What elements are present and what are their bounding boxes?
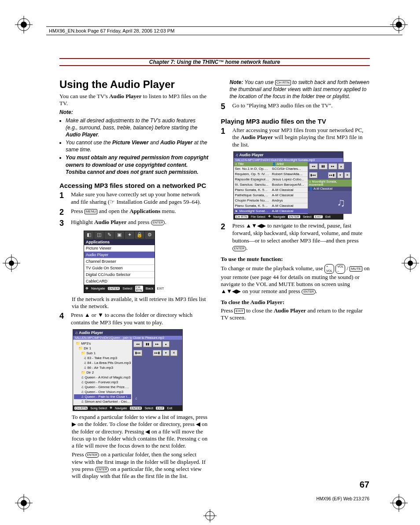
app-menu-item: Picture Viewer	[84, 245, 155, 252]
now-playing: ♫ Moonlight Sonata, movement	[308, 180, 352, 187]
table-row: Rapsodie Espagnole:...Jesus Lopez-Cobo..…	[234, 177, 308, 182]
register-mark-icon	[402, 254, 419, 272]
step-number: 2	[221, 222, 229, 252]
note-label: Note:	[59, 109, 209, 115]
step-number: 2	[59, 208, 67, 217]
step-text: Make sure you have correctly set up your…	[71, 191, 209, 206]
left-column: Using the Audio Player You can use the T…	[59, 77, 209, 481]
step-number: 3	[59, 219, 67, 228]
tree-row: ♫ 83 - Take Five.mp3	[74, 356, 131, 360]
step-text: Press ▲▼◀▶ to navigate to the rewind, pa…	[232, 222, 370, 252]
ap-table: ♫ Title👤 Artist Ser. No.1 in D, Op.11...…	[234, 162, 308, 214]
ap-controls: ◂◂ ▮▮ ▸▸ ▴ ▮◂◂ ▸▸▮ ▾ ✕ ♫	[132, 340, 182, 405]
enter-key-icon: ENTER	[85, 452, 99, 458]
tree-row: ♫ Simon and Garfunkel - Cecilia.mp3	[74, 399, 131, 404]
app-menu-item: CableCARD	[84, 278, 155, 285]
register-mark-icon	[15, 494, 33, 512]
tree-row: ♫ Queen - A Kind of Magic.mp3	[74, 375, 131, 380]
expand-para: To expand a particular folder to view a …	[72, 414, 209, 449]
step-text: Go to "Playing MP3 audio files on the TV…	[232, 102, 370, 111]
note-bullet: You must obtain any required permission …	[66, 154, 209, 176]
subheading-mute: To use the mute function:	[221, 256, 370, 262]
ap-footer: CH RTNSong Select ✥Navigate ENTERSelect …	[73, 405, 182, 411]
music-note-icon: ♫	[337, 196, 346, 209]
col2-note: Note: You can use CH RTN to switch back …	[230, 79, 370, 100]
enter-key-icon: ENTER	[302, 289, 316, 294]
chapter-title: Chapter 7: Using the THINC™ home network…	[149, 59, 280, 65]
tree-row: ♫ Queen - Gimme the Prize.mp3	[74, 385, 131, 389]
app-menu-item: Channel Browser	[84, 258, 155, 265]
ap-footer: CH RTNFile Select ✥Navigate ENTERSelect …	[234, 214, 343, 219]
skip-back-icon: ▮◂◂	[309, 172, 318, 178]
rewind-icon: ◂◂	[133, 341, 142, 347]
ap-path: \\ALLEN-MPC\MP3's\Dir1\Sub1\02-Moonlight…	[234, 158, 343, 162]
tree-row: ♫ 84 - La Brea Pits Drum.mp3	[74, 360, 131, 365]
ap-controls: ◂◂ ▮▮ ▸▸ ▴ ▮◂◂ ▸▸▮ ▾ ✕ ♫ Moonlight Sonat…	[308, 162, 352, 214]
close-para: Press EXIT to close the Audio Player and…	[221, 307, 370, 322]
register-mark-icon	[3, 254, 20, 272]
tree-row: 📁 Sub 1	[74, 351, 131, 356]
audio-player-list: ♫ Audio Player \\ALLEN-MPC\MP3's\Dir1\Su…	[233, 151, 343, 220]
exit-chip: EXIT	[156, 287, 165, 290]
section-heading: Using the Audio Player	[59, 79, 209, 90]
press-enter-para: Press ENTER on a particular folder, then…	[72, 451, 209, 480]
nav-icon: ✥	[110, 406, 112, 410]
ap-tree: 📁 MP3's📁 Dir 1📁 Sub 1♫ 83 - Take Five.mp…	[73, 340, 132, 405]
page-header: HMX96_EN.book Page 67 Friday, April 28, …	[46, 26, 402, 35]
step-number: 5	[221, 102, 229, 111]
vol-down-icon: ▾	[162, 350, 169, 356]
chrtn-key-icon: CH RTN	[275, 80, 291, 85]
mute-key-icon: MUTE	[350, 266, 362, 272]
audio-player-tree: ♫ Audio Player \\ALLEN-MPC\MP3's\Dir1\Qu…	[73, 329, 183, 411]
mute-para: To change or mute the playback volume, u…	[221, 264, 370, 295]
enter-key-icon: ENTER	[232, 246, 247, 251]
ffwd-icon: ▸▸	[328, 163, 337, 169]
app-menu-footer: ✥Navigate ENTERSelect CH RTNBack EXITExi…	[84, 285, 155, 293]
intro-text: You can use the TV's Audio Player to lis…	[59, 93, 209, 107]
rewind-icon: ◂◂	[309, 163, 318, 169]
crop-cross-icon	[203, 509, 217, 522]
table-row: Chopin Prelude No. ...Andrys	[234, 198, 308, 203]
table-row: III. Sanctus: Sanctu...Boston Baroque/M.…	[234, 182, 308, 187]
note-bullet: Make all desired adjustments to the TV's…	[66, 117, 209, 139]
header-text: HMX96_EN.book Page 67 Friday, April 28, …	[49, 28, 174, 33]
vol-up-icon: ▴	[162, 341, 169, 347]
table-row: Pathétique Sonata, m...A-M Classical	[234, 193, 308, 198]
applications-menu: ◧ ◫ ✎ ▣ ✦ 🔒 ⚙ Applications Picture Viewe…	[84, 231, 155, 293]
note-bullets: Make all desired adjustments to the TV's…	[66, 117, 209, 176]
ffwd-icon: ▸▸	[153, 341, 162, 347]
tree-row: ♫ Queen - One Vision.mp3	[74, 389, 131, 394]
music-note-icon: ♫	[135, 397, 141, 403]
skip-fwd-icon: ▸▸▮	[153, 350, 162, 356]
right-column: Note: You can use CH RTN to switch back …	[221, 77, 370, 481]
tab-icon: ⚙	[145, 231, 155, 239]
ap-title: ♫ Audio Player	[73, 330, 182, 336]
table-row: ► Moonlight Sonata, mo...A-M Classical	[234, 209, 308, 214]
app-menu-item-selected: Audio Player	[84, 252, 155, 258]
vol-down-icon: ▾	[337, 172, 343, 178]
app-menu-item: TV Guide On Screen	[84, 265, 155, 272]
enter-key-icon: ENTER	[151, 220, 165, 225]
tab-icon: ◫	[94, 231, 104, 239]
step-text: Press ▲ or ▼ to access the folder or dir…	[71, 312, 209, 327]
tree-row: ♫ Queen - Pain to the Close to Pleasure.…	[74, 394, 131, 399]
mute-icon: ✕	[170, 350, 177, 356]
chrtn-chip: CH RTN	[135, 286, 143, 292]
step-text: Highlight Audio Player and press ENTER.	[71, 219, 209, 228]
step-number: 1	[221, 127, 229, 149]
nav-icon: ✥	[268, 215, 271, 218]
nav-icon: ✥	[85, 286, 88, 290]
subheading-accessing: Accessing MP3 files stored on a networke…	[59, 182, 209, 189]
page-number: 67	[360, 480, 369, 490]
vol-down-key-icon: VOL–	[335, 264, 345, 274]
enter-key-icon: ENTER	[95, 467, 109, 472]
step-text: Press MENU and open the Applications men…	[71, 208, 209, 217]
enter-chip: ENTER	[108, 287, 120, 290]
tree-row: 📁 Dir 1	[74, 346, 131, 351]
chapter-rule: Chapter 7: Using the THINC™ home network…	[59, 58, 370, 66]
subheading-playing: Playing MP3 audio files on the TV	[221, 117, 370, 125]
exit-key-icon: EXIT	[234, 308, 245, 314]
skip-back-icon: ▮◂◂	[133, 350, 142, 356]
menu-key-icon: MENU	[85, 209, 98, 214]
vol-up-icon: ▴	[338, 163, 344, 169]
